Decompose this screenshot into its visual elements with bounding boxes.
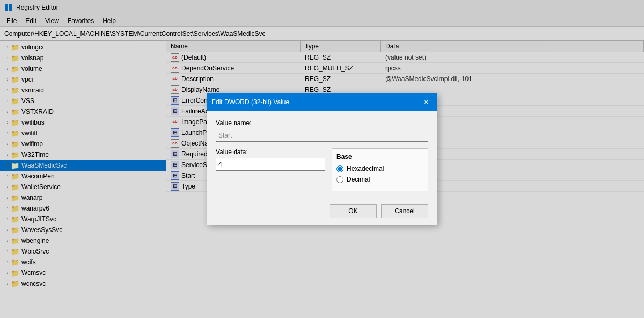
dialog-body: Value name: Value data: Base Hexadecimal… [207, 111, 437, 200]
dialog-overlay: Edit DWORD (32-bit) Value ✕ Value name: … [0, 0, 644, 318]
hexadecimal-label: Hexadecimal [347, 165, 384, 172]
dialog-title-bar: Edit DWORD (32-bit) Value ✕ [207, 93, 437, 111]
base-label: Base [336, 153, 423, 161]
value-name-input[interactable] [216, 129, 428, 142]
dialog-close-button[interactable]: ✕ [420, 96, 433, 109]
value-data-label: Value data: [216, 148, 325, 156]
value-data-section: Value data: [216, 148, 325, 191]
dialog-bottom-section: Value data: Base Hexadecimal Decimal [216, 148, 428, 191]
base-section: Base Hexadecimal Decimal [332, 148, 428, 191]
cancel-button[interactable]: Cancel [381, 204, 428, 218]
dialog-title-text: Edit DWORD (32-bit) Value [211, 98, 289, 106]
value-name-label: Value name: [216, 119, 428, 127]
ok-button[interactable]: OK [330, 204, 377, 218]
decimal-radio[interactable] [336, 176, 343, 183]
dialog-footer: OK Cancel [207, 200, 437, 225]
hexadecimal-radio-label[interactable]: Hexadecimal [336, 165, 423, 172]
edit-dword-dialog: Edit DWORD (32-bit) Value ✕ Value name: … [207, 93, 437, 225]
decimal-radio-label[interactable]: Decimal [336, 176, 423, 183]
hexadecimal-radio[interactable] [336, 165, 343, 172]
value-data-input[interactable] [216, 158, 325, 171]
decimal-label: Decimal [347, 176, 370, 183]
